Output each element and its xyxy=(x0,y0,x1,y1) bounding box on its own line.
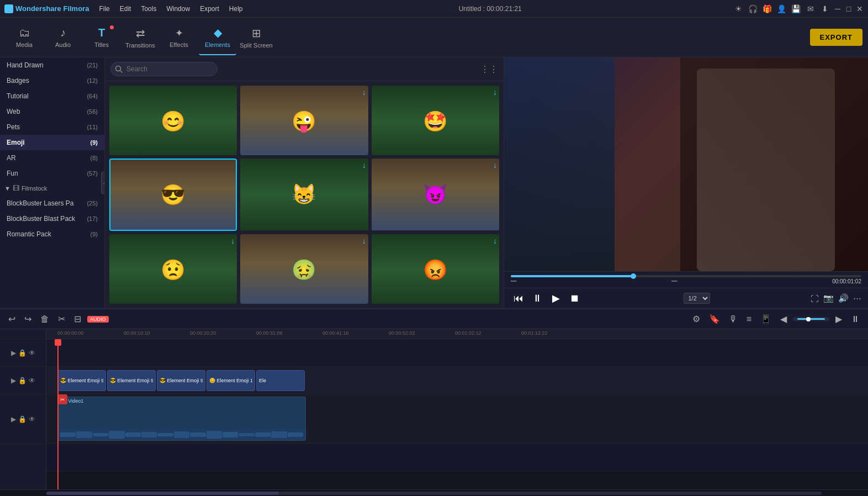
category-romantic-pack[interactable]: Romantic Pack (9) xyxy=(0,226,104,242)
tl-list-icon[interactable]: ≡ xyxy=(744,313,754,326)
category-hand-drawn[interactable]: Hand Drawn (21) xyxy=(0,57,104,73)
emoji-clip-3[interactable]: 😎 Element Emoji 9 xyxy=(157,370,205,391)
panel-collapse-button[interactable]: ◀ xyxy=(101,172,105,194)
category-blockbuster-lasers[interactable]: BlockBuster Lasers Pa (25) xyxy=(0,196,104,211)
waveform-bar xyxy=(223,432,238,437)
rewind-button[interactable]: ⏮ xyxy=(511,291,526,306)
filmstock-group-header[interactable]: ▼ 🎞 Filmstock xyxy=(0,181,104,196)
redo-button[interactable]: ↪ xyxy=(22,312,34,326)
menu-edit[interactable]: Edit xyxy=(115,4,136,14)
cut-button[interactable]: ✂ xyxy=(55,312,68,326)
category-web[interactable]: Web (56) xyxy=(0,104,104,119)
preview-screen-icon[interactable]: ⛶ xyxy=(811,294,819,303)
playhead-top xyxy=(55,339,61,346)
adjust-button[interactable]: ⊟ xyxy=(71,312,84,326)
element-emoji-1-thumb[interactable]: 😊 Element Emoji 1 xyxy=(109,86,237,155)
save-icon[interactable]: 💾 xyxy=(791,3,802,14)
category-fun-label: Fun xyxy=(7,170,18,177)
timeline-scrollbar-thumb[interactable] xyxy=(46,492,279,495)
emoji-clip-4[interactable]: 😊 Element Emoji 1 xyxy=(207,370,255,391)
element-emoji-5-thumb[interactable]: 😈 ↓ Element Emoji 5 xyxy=(372,159,499,230)
emoji-clip-2[interactable]: 😎 Element Emoji 9 xyxy=(107,370,156,391)
emoji-display: 🤢 xyxy=(292,258,316,282)
ratio-select[interactable]: 1/2 1/1 Full xyxy=(684,293,710,304)
split-screen-button[interactable]: ⊞ Split Screen xyxy=(237,20,275,55)
category-pets[interactable]: Pets (11) xyxy=(0,119,104,135)
menu-file[interactable]: File xyxy=(94,4,114,14)
undo-button[interactable]: ↩ xyxy=(6,312,18,326)
element-emoji-8-thumb[interactable]: 😜 ↓ Element Emoji 8 xyxy=(240,86,368,155)
track-lock-icon-2[interactable]: 🔒 xyxy=(18,377,27,384)
elements-button[interactable]: ◆ Elements xyxy=(199,20,236,55)
mail-icon[interactable]: ✉ xyxy=(805,3,816,14)
thumb-image: 😟 ↓ xyxy=(109,234,237,304)
menu-help[interactable]: Help xyxy=(225,4,247,14)
timeline-scrollbar[interactable] xyxy=(46,492,822,495)
minimize-button[interactable]: ─ xyxy=(834,5,841,13)
element-emoji-7-thumb[interactable]: 😡 ↓ Element Emoji 7 xyxy=(372,234,499,304)
tl-speed-down-icon[interactable]: ◀ xyxy=(777,312,790,326)
tl-pause-icon[interactable]: ⏸ xyxy=(848,313,862,326)
audio-button[interactable]: ♪ Audio xyxy=(44,20,82,55)
category-emoji[interactable]: Emoji (9) xyxy=(0,135,104,150)
export-button[interactable]: EXPORT xyxy=(810,29,862,46)
category-blockbuster-blast[interactable]: BlockBuster Blast Pack (17) xyxy=(0,211,104,226)
emoji-clip-5[interactable]: Ele xyxy=(256,370,305,391)
transitions-button[interactable]: ⇄ Transitions xyxy=(121,20,159,55)
element-emoji-4-thumb[interactable]: 😸 ↓ Element Emoji 4 xyxy=(240,159,368,230)
grid-options-icon[interactable]: ⋮⋮ xyxy=(480,64,498,75)
close-button[interactable]: ✕ xyxy=(856,5,864,13)
track-eye-icon-2[interactable]: 👁 xyxy=(29,377,35,384)
download-icon[interactable]: ⬇ xyxy=(819,3,830,14)
playhead[interactable] xyxy=(57,339,59,489)
progress-thumb[interactable] xyxy=(631,273,636,279)
gift-icon[interactable]: 🎁 xyxy=(762,3,773,14)
timeline-tracks-area: 00:00:00:00 00:00:10:10 00:00:20:20 00:0… xyxy=(46,329,868,489)
element-emoji-2-thumb[interactable]: 🤢 ↓ Element Emoji 2 xyxy=(240,234,368,304)
category-tutorial[interactable]: Tutorial (64) xyxy=(0,88,104,104)
user-icon[interactable]: 👤 xyxy=(776,3,787,14)
transitions-label: Transitions xyxy=(125,42,155,49)
element-emoji-9-thumb[interactable]: 😎 Element Emoji 9 xyxy=(109,159,237,230)
track-eye-icon-3[interactable]: 👁 xyxy=(29,415,35,423)
category-badges[interactable]: Badges (12) xyxy=(0,73,104,88)
preview-more-icon[interactable]: ⋯ xyxy=(853,293,861,303)
element-emoji-3-thumb[interactable]: 😟 ↓ Element Emoji 3 xyxy=(109,234,237,304)
preview-camera-icon[interactable]: 📷 xyxy=(823,293,834,303)
track-lock-icon[interactable]: 🔒 xyxy=(18,349,27,357)
element-emoji-6-thumb[interactable]: 🤩 ↓ Element Emoji 6 xyxy=(372,86,499,155)
tl-phone-icon[interactable]: 📱 xyxy=(758,312,774,326)
tl-clip-icon[interactable]: 🔖 xyxy=(706,312,723,326)
search-input[interactable] xyxy=(110,62,218,76)
tl-speed-up-icon[interactable]: ▶ xyxy=(833,312,845,326)
brightness-icon[interactable]: ☀ xyxy=(733,3,744,14)
emoji-clip-1[interactable]: 😎 Element Emoji 9 xyxy=(57,370,106,391)
tl-mic-icon[interactable]: 🎙 xyxy=(726,313,740,326)
category-ar[interactable]: AR (8) xyxy=(0,150,104,166)
headset-icon[interactable]: 🎧 xyxy=(748,3,759,14)
category-fun[interactable]: Fun (57) xyxy=(0,166,104,181)
preview-progress-bar[interactable] xyxy=(511,275,861,277)
search-wrapper xyxy=(110,62,477,76)
video-clip-1[interactable]: My Video1 xyxy=(57,397,306,441)
effects-button[interactable]: ✦ Effects xyxy=(160,20,198,55)
menu-tools[interactable]: Tools xyxy=(136,4,161,14)
filmstock-name: Filmstock xyxy=(22,185,47,192)
delete-button[interactable]: 🗑 xyxy=(38,313,52,326)
play-button[interactable]: ▶ xyxy=(548,291,564,306)
preview-volume-icon[interactable]: 🔊 xyxy=(838,293,849,303)
tl-zoom-slider[interactable] xyxy=(797,318,825,320)
titles-button[interactable]: T Titles xyxy=(83,20,120,55)
track-eye-icon[interactable]: 👁 xyxy=(29,349,35,357)
time-tick-6: 00:01:02:12 xyxy=(455,329,481,336)
media-button[interactable]: 🗂 Media xyxy=(6,20,43,55)
stop-button[interactable]: ⏹ xyxy=(567,291,583,306)
content-panel: ⋮⋮ 😊 Element Emoji 1 😜 ↓ Element Emoji 8… xyxy=(105,57,504,308)
track-lock-icon-3[interactable]: 🔒 xyxy=(18,415,27,423)
pause-button[interactable]: ⏸ xyxy=(530,291,545,306)
menu-export[interactable]: Export xyxy=(195,4,224,14)
menu-window[interactable]: Window xyxy=(162,4,194,14)
tl-settings-icon[interactable]: ⚙ xyxy=(690,312,703,326)
clip-3-label: 😎 Element Emoji 9 xyxy=(160,378,203,383)
maximize-button[interactable]: □ xyxy=(845,5,853,13)
